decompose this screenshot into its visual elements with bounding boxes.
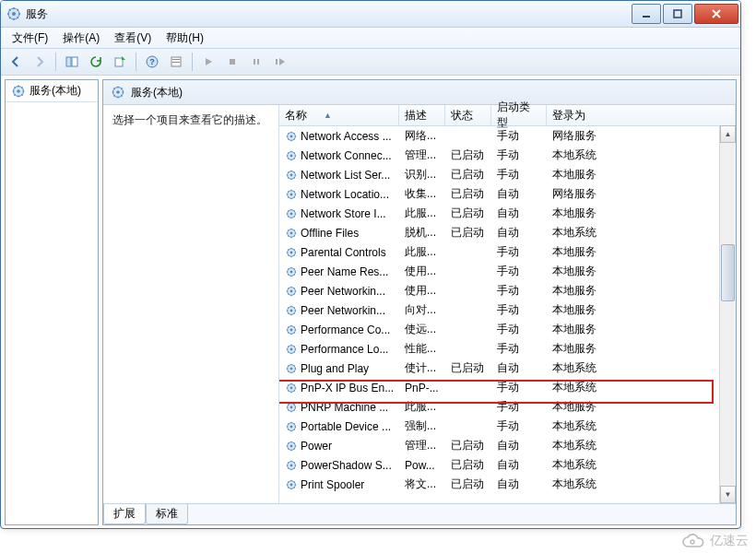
table-row[interactable]: Offline Files脱机...已启动自动本地系统 bbox=[279, 223, 736, 242]
export-button[interactable] bbox=[109, 51, 131, 73]
svg-point-37 bbox=[290, 289, 293, 292]
cell-status: 已启动 bbox=[447, 457, 493, 473]
table-row[interactable]: Network Access ...网络...手动网络服务 bbox=[279, 126, 736, 146]
cell-desc: 管理... bbox=[401, 147, 447, 163]
tab-extended[interactable]: 扩展 bbox=[103, 504, 146, 524]
titlebar[interactable]: 服务 bbox=[1, 1, 740, 28]
menu-file[interactable]: 文件(F) bbox=[5, 29, 55, 48]
cell-name: Performance Lo... bbox=[281, 343, 401, 356]
pause-service-button[interactable] bbox=[245, 51, 267, 73]
cell-name: Network Connec... bbox=[281, 149, 401, 162]
cell-desc: 此服... bbox=[401, 244, 447, 260]
table-row[interactable]: Power管理...已启动自动本地系统 bbox=[279, 436, 736, 455]
svg-point-45 bbox=[290, 367, 293, 370]
stop-service-button[interactable] bbox=[221, 51, 243, 73]
tree-pane[interactable]: 服务(本地) bbox=[5, 79, 99, 525]
services-list[interactable]: 名称▲ 描述 状态 启动类型 登录为 Network Access ...网络.… bbox=[278, 105, 736, 503]
refresh-button[interactable] bbox=[85, 51, 107, 73]
start-service-button[interactable] bbox=[197, 51, 219, 73]
table-row[interactable]: Portable Device ...强制...手动本地系统 bbox=[279, 417, 736, 436]
cell-name: Offline Files bbox=[281, 227, 401, 240]
cell-startup: 手动 bbox=[493, 380, 549, 395]
back-button[interactable] bbox=[5, 51, 27, 73]
window-title: 服务 bbox=[26, 6, 630, 22]
table-row[interactable]: Network Locatio...收集...已启动自动网络服务 bbox=[279, 184, 736, 204]
scroll-thumb[interactable] bbox=[721, 244, 735, 301]
table-row[interactable]: Peer Name Res...使用...手动本地服务 bbox=[279, 262, 736, 281]
cell-status: 已启动 bbox=[447, 360, 493, 376]
properties-button[interactable] bbox=[165, 51, 187, 73]
cell-startup: 自动 bbox=[493, 225, 549, 241]
vertical-scrollbar[interactable]: ▲ ▼ bbox=[719, 125, 736, 503]
table-row[interactable]: Performance Co...使远...手动本地服务 bbox=[279, 320, 736, 339]
cell-desc: PnP-... bbox=[401, 382, 447, 394]
svg-point-1 bbox=[12, 12, 16, 16]
cell-desc: 此服... bbox=[401, 206, 447, 221]
maximize-button[interactable] bbox=[663, 4, 692, 24]
cell-startup: 手动 bbox=[493, 322, 549, 337]
tree-root-services[interactable]: 服务(本地) bbox=[6, 80, 98, 102]
gear-icon bbox=[285, 169, 298, 182]
svg-rect-15 bbox=[276, 59, 278, 65]
cell-startup: 手动 bbox=[493, 341, 549, 357]
tab-standard[interactable]: 标准 bbox=[146, 504, 188, 524]
table-row[interactable]: Plug and Play使计...已启动自动本地系统 bbox=[279, 359, 736, 378]
cell-logon: 本地系统 bbox=[549, 477, 736, 492]
menu-help[interactable]: 帮助(H) bbox=[159, 29, 211, 48]
toolbar: ? bbox=[1, 49, 740, 76]
table-row[interactable]: Peer Networkin...向对...手动本地服务 bbox=[279, 300, 736, 320]
forward-button[interactable] bbox=[29, 51, 51, 73]
menu-view[interactable]: 查看(V) bbox=[107, 29, 159, 48]
cell-startup: 手动 bbox=[493, 418, 549, 434]
cell-logon: 本地服务 bbox=[549, 283, 736, 299]
gear-icon bbox=[11, 84, 26, 99]
table-row[interactable]: Parental Controls此服...手动本地服务 bbox=[279, 242, 736, 262]
close-button[interactable] bbox=[694, 4, 738, 24]
table-row[interactable]: Network Store I...此服...已启动自动本地服务 bbox=[279, 204, 736, 223]
cell-status: 已启动 bbox=[447, 147, 493, 163]
table-row[interactable]: Network List Ser...识别...已启动手动本地服务 bbox=[279, 165, 736, 184]
table-row[interactable]: PowerShadow S...Pow...已启动自动本地系统 bbox=[279, 455, 736, 475]
cell-desc: 此服... bbox=[401, 399, 447, 415]
gear-icon bbox=[285, 440, 298, 453]
gear-icon bbox=[285, 343, 298, 356]
scroll-track[interactable] bbox=[720, 143, 736, 486]
table-row[interactable]: Print Spooler将文...已启动自动本地系统 bbox=[279, 475, 736, 494]
cell-desc: 使用... bbox=[401, 264, 447, 279]
gear-icon bbox=[111, 85, 125, 100]
col-logon[interactable]: 登录为 bbox=[547, 105, 736, 125]
table-row[interactable]: PNRP Machine ...此服...手动本地服务 bbox=[279, 397, 736, 417]
cell-logon: 网络服务 bbox=[549, 128, 736, 144]
scroll-down-button[interactable]: ▼ bbox=[720, 486, 736, 503]
service-rows: Network Access ...网络...手动网络服务Network Con… bbox=[279, 126, 736, 494]
cell-name: Portable Device ... bbox=[281, 420, 401, 433]
scroll-up-button[interactable]: ▲ bbox=[720, 125, 736, 143]
cell-status: 已启动 bbox=[447, 438, 493, 453]
table-row[interactable]: Performance Lo...性能...手动本地服务 bbox=[279, 339, 736, 359]
help-button[interactable]: ? bbox=[141, 51, 163, 73]
svg-point-21 bbox=[290, 135, 293, 137]
cloud-icon bbox=[680, 533, 706, 549]
svg-rect-6 bbox=[115, 58, 123, 66]
table-row[interactable]: Network Connec...管理...已启动手动本地系统 bbox=[279, 146, 736, 165]
cell-name: PowerShadow S... bbox=[281, 459, 401, 472]
svg-point-35 bbox=[290, 270, 293, 273]
cell-name: Power bbox=[281, 440, 401, 453]
minimize-button[interactable] bbox=[632, 4, 661, 24]
col-status[interactable]: 状态 bbox=[445, 105, 491, 125]
col-desc[interactable]: 描述 bbox=[399, 105, 445, 125]
col-name[interactable]: 名称▲ bbox=[279, 105, 399, 125]
menu-action[interactable]: 操作(A) bbox=[55, 29, 107, 48]
gear-icon bbox=[285, 382, 298, 394]
cell-logon: 本地系统 bbox=[549, 438, 736, 453]
cell-desc: 使用... bbox=[401, 283, 447, 299]
show-hide-tree-button[interactable] bbox=[61, 51, 83, 73]
cell-startup: 自动 bbox=[493, 438, 549, 453]
cell-desc: 将文... bbox=[401, 477, 447, 492]
col-startup[interactable]: 启动类型 bbox=[491, 105, 547, 125]
restart-service-button[interactable] bbox=[269, 51, 291, 73]
cell-logon: 本地系统 bbox=[549, 225, 736, 241]
table-row[interactable]: Peer Networkin...使用...手动本地服务 bbox=[279, 281, 736, 300]
table-row[interactable]: PnP-X IP Bus En...PnP-...手动本地系统 bbox=[279, 378, 736, 397]
cell-desc: 使远... bbox=[401, 322, 447, 337]
